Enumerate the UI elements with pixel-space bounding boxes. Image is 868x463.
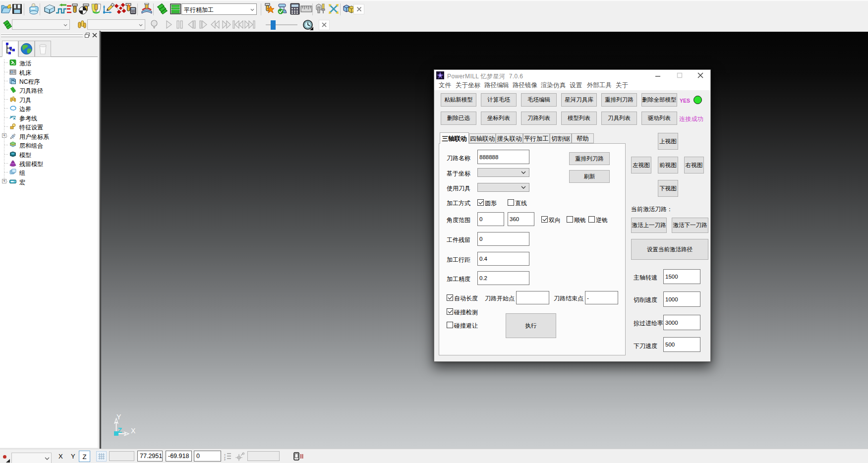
svg-text:X: X (131, 427, 136, 435)
svg-text:z: z (224, 458, 226, 461)
svg-text:Y: Y (116, 413, 121, 421)
